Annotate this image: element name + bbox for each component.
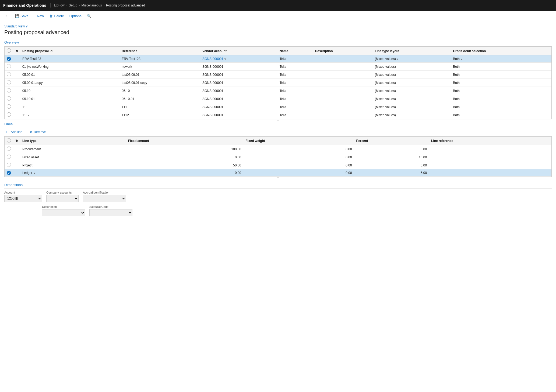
line-type-layout-cell: (Mixed values)	[373, 71, 451, 79]
row-select-cell[interactable]	[5, 87, 13, 95]
col-description[interactable]: Description	[313, 47, 373, 55]
row-select-circle[interactable]	[7, 64, 11, 68]
col-reference[interactable]: Reference	[119, 47, 200, 55]
save-button[interactable]: 💾 Save	[13, 13, 31, 19]
line-reference-cell	[429, 161, 551, 169]
row-select-cell[interactable]	[5, 63, 13, 71]
row-select-cell[interactable]	[5, 95, 13, 103]
row-select-cell[interactable]: ✓	[5, 55, 13, 63]
lines-row-select-circle[interactable]	[7, 147, 11, 151]
select-all-header[interactable]	[5, 47, 13, 55]
table-row[interactable]: 05.10.0105.10.01SGNS-000001Telia(Mixed v…	[5, 95, 551, 103]
table-row[interactable]: Procurement100.000.000.00	[5, 145, 551, 153]
col-vendor-account[interactable]: Vendor account	[200, 47, 277, 55]
vendor-account-cell[interactable]: SGNS-000001	[200, 79, 277, 87]
row-select-circle[interactable]	[7, 72, 11, 76]
table-row[interactable]: 05.09.01.copytest05.09.01.copySGNS-00000…	[5, 79, 551, 87]
row-select-circle[interactable]	[7, 80, 11, 84]
lines-col-fixed-weight[interactable]: Fixed weight	[243, 137, 354, 145]
col-line-type-layout[interactable]: Line type layout	[373, 47, 451, 55]
back-button[interactable]: ←	[3, 12, 12, 19]
lines-col-line-type[interactable]: Line type	[20, 137, 126, 145]
vendor-account-cell[interactable]: SGNS-000001	[200, 71, 277, 79]
vendor-account-cell[interactable]: SGNS-000001	[200, 95, 277, 103]
company-accounts-select[interactable]	[46, 195, 79, 202]
lines-row-select-circle[interactable]	[7, 163, 11, 167]
vendor-account-cell[interactable]: SGNS-000001	[200, 103, 277, 111]
lines-row-select-circle[interactable]	[7, 155, 11, 159]
vendor-account-cell[interactable]: SGNS-000001	[200, 87, 277, 95]
lines-col-line-reference[interactable]: Line reference	[429, 137, 551, 145]
row-select-cell[interactable]	[5, 111, 13, 119]
name-cell: Telia	[277, 87, 313, 95]
col-posting-proposal-id[interactable]: Posting proposal id ↑	[20, 47, 119, 55]
accrual-identification-select[interactable]	[83, 195, 126, 202]
row-select-circle[interactable]	[7, 96, 11, 101]
row-select-circle[interactable]	[7, 104, 11, 109]
table-row[interactable]: 05.1005.10SGNS-000001Telia(Mixed values)…	[5, 87, 551, 95]
vendor-account-cell[interactable]: SGNS-000001	[200, 111, 277, 119]
dimensions-section-header[interactable]: Dimensions	[4, 181, 552, 189]
table-row[interactable]: 11121112SGNS-000001Telia(Mixed values)Bo…	[5, 111, 551, 119]
lines-row-select-cell[interactable]	[5, 153, 13, 161]
breadcrumb-exflow[interactable]: ExFlow	[54, 3, 64, 7]
delete-button[interactable]: 🗑 Delete	[47, 13, 66, 19]
account-select[interactable]: 1250||||	[4, 195, 42, 202]
table-row[interactable]: 05.09.01test05.09.01SGNS-000001Telia(Mix…	[5, 71, 551, 79]
lines-select-all-header[interactable]	[5, 137, 13, 145]
vendor-account-cell[interactable]: SGNS-000001	[200, 63, 277, 71]
lines-row-refresh-cell	[13, 169, 20, 177]
row-select-circle[interactable]	[7, 112, 11, 117]
row-select-cell[interactable]	[5, 71, 13, 79]
field-description: Description	[42, 205, 85, 216]
lines-row-select-cell[interactable]	[5, 161, 13, 169]
add-line-button[interactable]: + + Add line	[4, 130, 23, 134]
dimensions-section: Dimensions Account 1250|||| Company acco…	[4, 178, 552, 219]
row-select-cell[interactable]	[5, 79, 13, 87]
credit-debit-dropdown-arrow[interactable]: ∨	[460, 58, 462, 60]
line-type-dropdown-arrow[interactable]: ∨	[397, 58, 399, 60]
breadcrumb-setup[interactable]: Setup	[69, 3, 77, 7]
line-reference-cell	[429, 145, 551, 153]
sales-tax-code-select[interactable]	[89, 209, 132, 216]
overview-section-header[interactable]: Overview	[4, 39, 552, 46]
lines-col-percent[interactable]: Percent	[354, 137, 429, 145]
lines-row-refresh-cell	[13, 145, 20, 153]
remove-button[interactable]: 🗑 Remove	[29, 130, 47, 134]
table-row[interactable]: ✓ERV-Test123ERV-Test123SGNS-000001 ∨Teli…	[5, 55, 551, 63]
line-type-inline-arrow[interactable]: ∨	[33, 172, 35, 174]
lines-row-select-cell[interactable]	[5, 145, 13, 153]
lines-select-all-circle[interactable]	[7, 138, 11, 142]
vendor-dropdown-arrow[interactable]: ∨	[224, 58, 226, 60]
breadcrumb-misc[interactable]: Miscellaneous	[82, 3, 102, 7]
row-select-circle[interactable]: ✓	[7, 57, 11, 61]
col-name[interactable]: Name	[277, 47, 313, 55]
posting-proposal-id-cell: 05.09.01	[20, 71, 119, 79]
refresh-header[interactable]: ↻	[13, 47, 20, 55]
row-select-circle[interactable]	[7, 88, 11, 92]
vendor-account-cell[interactable]: SGNS-000001 ∨	[200, 55, 277, 63]
reference-cell: ERV-Test123	[119, 55, 200, 63]
table-row[interactable]: ✓Ledger ∨0.000.005.00	[5, 169, 551, 177]
vendor-link[interactable]: SGNS-000001	[202, 57, 223, 61]
table-row[interactable]: Project50.000.000.00	[5, 161, 551, 169]
description-label: Description	[42, 205, 85, 208]
lines-row-select-circle[interactable]: ✓	[7, 171, 11, 175]
search-button[interactable]: 🔍	[85, 13, 93, 19]
options-button[interactable]: Options	[67, 13, 84, 19]
table-row[interactable]: 111111SGNS-000001Telia(Mixed values)Both	[5, 103, 551, 111]
view-selector[interactable]: Standard view ∨	[4, 24, 552, 28]
new-button[interactable]: + New	[32, 13, 46, 19]
lines-refresh-header[interactable]: ↻	[13, 137, 20, 145]
col-credit-debit[interactable]: Credit debit selection	[451, 47, 551, 55]
row-select-cell[interactable]	[5, 103, 13, 111]
select-all-circle[interactable]	[7, 48, 11, 53]
lines-col-fixed-amount[interactable]: Fixed amount	[126, 137, 243, 145]
table-row[interactable]: 01-jko-notWorkingnoworkSGNS-000001Telia(…	[5, 63, 551, 71]
table-row[interactable]: Fixed asset0.000.0010.00	[5, 153, 551, 161]
lines-section-header[interactable]: Lines	[4, 120, 552, 128]
line-reference-cell	[429, 153, 551, 161]
name-cell: Telia	[277, 55, 313, 63]
description-select[interactable]	[42, 209, 85, 216]
lines-row-select-cell[interactable]: ✓	[5, 169, 13, 177]
